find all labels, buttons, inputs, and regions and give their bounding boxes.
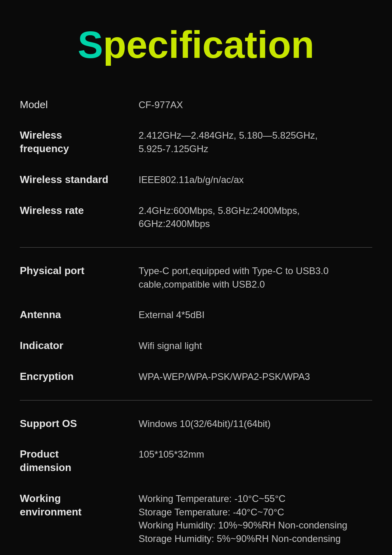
value-wireless-frequency: 2.412GHz—2.484GHz, 5.180—5.825GHz, 5.925… (139, 129, 372, 155)
spec-row-wireless-rate: Wireless rate 2.4GHz:600Mbps, 5.8GHz:240… (20, 195, 372, 239)
label-physical-port: Physical port (20, 264, 139, 278)
label-wireless-frequency: Wireless frequency (20, 129, 139, 156)
spec-row-working-environment: Working environment Working Temperature:… (20, 483, 372, 554)
divider-2 (20, 400, 372, 401)
spec-row-product-dimension: Product dimension 105*105*32mm (20, 439, 372, 483)
label-wireless-standard: Wireless standard (20, 173, 139, 187)
value-support-os: Windows 10(32/64bit)/11(64bit) (139, 417, 372, 431)
label-working-environment: Working environment (20, 492, 139, 519)
spec-group-3: Support OS Windows 10(32/64bit)/11(64bit… (20, 408, 372, 554)
page-title: Specification (20, 16, 372, 66)
value-antenna: External 4*5dBI (139, 308, 372, 322)
divider-1 (20, 247, 372, 248)
value-wireless-standard: IEEE802.11a/b/g/n/ac/ax (139, 173, 372, 187)
label-model: Model (20, 98, 139, 112)
spec-row-model: Model CF-977AX (20, 90, 372, 120)
spec-row-antenna: Antenna External 4*5dBI (20, 299, 372, 330)
title-rest: pecification (103, 23, 314, 66)
spec-row-encryption: Encryption WPA-WEP/WPA-PSK/WPA2-PSK/WPA3 (20, 361, 372, 392)
label-product-dimension: Product dimension (20, 448, 139, 475)
label-indicator: Indicator (20, 339, 139, 353)
value-wireless-rate: 2.4GHz:600Mbps, 5.8GHz:2400Mbps, 6GHz:24… (139, 204, 372, 231)
spec-row-support-os: Support OS Windows 10(32/64bit)/11(64bit… (20, 408, 372, 439)
value-working-environment: Working Temperature: -10°C~55°C Storage … (139, 492, 372, 545)
label-encryption: Encryption (20, 370, 139, 383)
value-encryption: WPA-WEP/WPA-PSK/WPA2-PSK/WPA3 (139, 370, 372, 383)
spec-row-physical-port: Physical port Type-C port,equipped with … (20, 256, 372, 299)
spec-row-wireless-frequency: Wireless frequency 2.412GHz—2.484GHz, 5.… (20, 120, 372, 164)
value-indicator: Wifi signal light (139, 339, 372, 353)
label-wireless-rate: Wireless rate (20, 204, 139, 217)
value-product-dimension: 105*105*32mm (139, 448, 372, 461)
label-antenna: Antenna (20, 308, 139, 322)
title-s: S (78, 23, 103, 66)
value-physical-port: Type-C port,equipped with Type-C to USB3… (139, 264, 372, 291)
value-model: CF-977AX (139, 98, 372, 112)
spec-group-1: Model CF-977AX Wireless frequency 2.412G… (20, 90, 372, 239)
label-support-os: Support OS (20, 417, 139, 431)
spec-group-2: Physical port Type-C port,equipped with … (20, 256, 372, 392)
spec-row-indicator: Indicator Wifi signal light (20, 330, 372, 361)
spec-row-wireless-standard: Wireless standard IEEE802.11a/b/g/n/ac/a… (20, 164, 372, 195)
